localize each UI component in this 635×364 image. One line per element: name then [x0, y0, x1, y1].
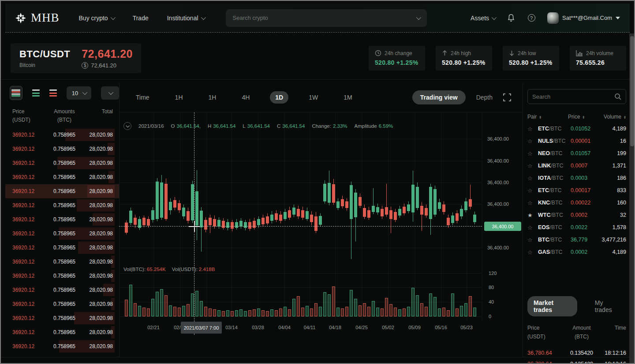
depth-step-select[interactable]: 10 — [67, 86, 91, 100]
top-navbar: MHB Buy cryptoTradeInstitutional Assets … — [5, 4, 630, 33]
volume-axis-label: 120 — [489, 271, 497, 276]
scrollbar-thumb[interactable] — [630, 36, 634, 146]
crosshair-cursor — [189, 221, 200, 232]
crosshair-horizontal — [119, 226, 482, 227]
orderbook-row[interactable]: 36920.120.75896528,020.98 — [5, 142, 119, 156]
search-icon — [614, 93, 621, 100]
favorite-star-icon[interactable]: ☆ — [527, 126, 538, 132]
ohlc-date: 2021/03/16 — [138, 123, 164, 129]
help-icon[interactable]: ? — [527, 14, 536, 22]
orderbook-row[interactable]: 36920.120.75896528,020.98 — [5, 128, 119, 142]
pair-row-nuls[interactable]: ☆NULS/BTC0.0000116 — [527, 135, 626, 147]
favorite-star-icon[interactable]: ☆ — [527, 187, 538, 194]
volume-bar — [403, 308, 406, 316]
price-axis-label: 36,400.00 — [487, 158, 509, 163]
account-menu[interactable]: Sat***@Gmail.Com — [547, 12, 620, 24]
pairs-col-header[interactable]: Pair▲▼ — [527, 114, 568, 120]
global-search[interactable] — [226, 9, 427, 27]
pair-search[interactable] — [527, 89, 626, 104]
orderbook-options-select[interactable] — [101, 86, 119, 100]
orderbook-amount: 0.758965 — [50, 259, 78, 265]
pair-volume: 1,578 — [599, 224, 626, 230]
volume-bar — [169, 305, 172, 316]
pair-row-link[interactable]: ☆LINK/BTC0.00071,371 — [527, 160, 626, 172]
volume-bar — [191, 293, 194, 316]
orderbook-row[interactable]: 36920.120.75896528,020.98 — [5, 325, 119, 339]
interval-tab-1w[interactable]: 1W — [303, 91, 323, 104]
trades-tab-my-trades[interactable]: My trades — [589, 296, 626, 316]
chart-stage[interactable]: 2021/03/16 O36,641.54,H36,641.54L36,641.… — [119, 112, 523, 342]
orderbook-row[interactable]: 36920.120.75896528,020.98 — [5, 212, 119, 227]
fullscreen-icon[interactable] — [503, 93, 511, 101]
pair-row-neo[interactable]: ☆NEO/BTC0.01057199 — [527, 147, 626, 160]
chevron-down-icon[interactable] — [416, 15, 421, 19]
pair-row-wtc[interactable]: ★WTC/BTC0.000232 — [527, 209, 626, 221]
favorite-star-icon[interactable]: ☆ — [527, 237, 538, 243]
orderbook-view-sell-button[interactable] — [49, 89, 57, 97]
orderbook-row[interactable]: 36920.120.75896528,020.98 — [5, 227, 119, 241]
interval-tab-1m[interactable]: 1M — [338, 91, 357, 104]
volume-bar — [456, 308, 459, 316]
pair-row-eos[interactable]: ☆EOS/BTC0.00221,578 — [527, 221, 626, 234]
orderbook-row[interactable]: 36920.120.75896528,020.98 — [5, 269, 119, 283]
notifications-bell-icon[interactable] — [507, 14, 515, 22]
pair-row-btc[interactable]: ☆BTC/BTC36,7793,477,216 — [527, 234, 626, 246]
trades-header: Price(USDT)Amount(BTC)Time — [527, 323, 626, 341]
volume-bar — [142, 308, 146, 316]
trade-price: 36,780.64 — [527, 361, 563, 364]
pair-search-input[interactable] — [532, 93, 614, 100]
trades-list: 36,780.640.13542018:12:1636,780.640.1354… — [527, 347, 626, 364]
favorite-star-icon[interactable]: ☆ — [527, 138, 538, 145]
favorite-star-icon[interactable]: ☆ — [527, 200, 538, 206]
depth-button[interactable]: Depth — [476, 94, 493, 101]
favorite-star-icon[interactable]: ☆ — [527, 249, 538, 256]
brand-logo[interactable]: MHB — [15, 11, 60, 25]
interval-tab-1h[interactable]: 1H — [170, 91, 188, 104]
volume-bar — [451, 293, 454, 316]
favorite-star-icon[interactable]: ☆ — [527, 150, 538, 157]
orderbook-row[interactable]: 36920.120.75896528,020.98 — [5, 241, 119, 255]
stat-cards: 24h change520.80 +1.25%24h high520.80 +1… — [369, 46, 626, 71]
scrollbar-vertical[interactable] — [629, 33, 635, 364]
orderbook-row[interactable]: 36920.120.75896528,020.98 — [5, 156, 119, 170]
pair-volume: 160 — [599, 200, 626, 206]
nav-item-institutional[interactable]: Institutional — [167, 15, 205, 22]
nav-item-buy-crypto[interactable]: Buy crypto — [79, 15, 114, 22]
pairs-col-header[interactable]: Price▲▼ — [568, 114, 599, 120]
favorite-star-icon[interactable]: ☆ — [527, 224, 538, 231]
pairs-col-header[interactable]: Volume▲▼ — [599, 114, 626, 120]
orderbook-amount: 0.758965 — [50, 146, 78, 152]
orderbook-row[interactable]: 36920.120.75896528,020.98 — [5, 339, 119, 353]
assets-menu[interactable]: Assets — [471, 15, 495, 22]
nav-item-trade[interactable]: Trade — [133, 15, 149, 22]
search-input[interactable] — [233, 15, 416, 21]
orderbook-row[interactable]: 36920.120.75896528,020.98 — [5, 170, 119, 184]
interval-tab-1d[interactable]: 1D — [270, 91, 288, 104]
favorite-star-icon[interactable]: ★ — [527, 212, 538, 219]
orderbook-view-both-button[interactable] — [10, 86, 22, 100]
pair-row-iota[interactable]: ☆IOTA/BTC0.0003186 — [527, 172, 626, 184]
orderbook-view-buy-button[interactable] — [32, 89, 40, 97]
pair-row-etc[interactable]: ☆ETC/BTC0.010524,189 — [527, 123, 626, 135]
favorite-star-icon[interactable]: ☆ — [527, 175, 538, 182]
trades-tab-market-trades[interactable]: Market trades — [527, 296, 577, 316]
pair-row-knc[interactable]: ☆KNC/BTC0.00022160 — [527, 197, 626, 209]
orderbook-row[interactable]: 36920.120.75896528,020.98 — [5, 184, 119, 198]
favorite-star-icon[interactable]: ☆ — [527, 163, 538, 169]
interval-tab-time[interactable]: Time — [131, 91, 155, 104]
interval-tab-4h[interactable]: 4H — [236, 91, 255, 104]
collapse-chevron-button[interactable] — [123, 122, 131, 130]
interval-tab-1h[interactable]: 1H — [203, 91, 222, 104]
orderbook-row[interactable]: 36920.120.75896528,020.98 — [5, 255, 119, 269]
orderbook-row[interactable]: 36920.120.75896528,020.98 — [5, 311, 119, 325]
pair-row-etc[interactable]: ☆ETC/BTC0.00017833 — [527, 184, 626, 197]
pair-row-gas[interactable]: ☆GAS/BTC0.00024,189 — [527, 246, 626, 258]
orderbook-row[interactable]: 36920.120.75896528,020.98 — [5, 198, 119, 212]
orderbook-row[interactable]: 36920.120.75896528,020.98 — [5, 283, 119, 297]
pair-symbol: EOS/BTC — [538, 224, 571, 230]
avatar[interactable] — [547, 12, 559, 24]
trading-view-button[interactable]: Trading view — [412, 90, 466, 104]
stat-value: 520.80 +1.25% — [442, 59, 486, 66]
pair-volume: 833 — [599, 187, 626, 193]
orderbook-row[interactable]: 36920.120.75896528,020.98 — [5, 297, 119, 311]
